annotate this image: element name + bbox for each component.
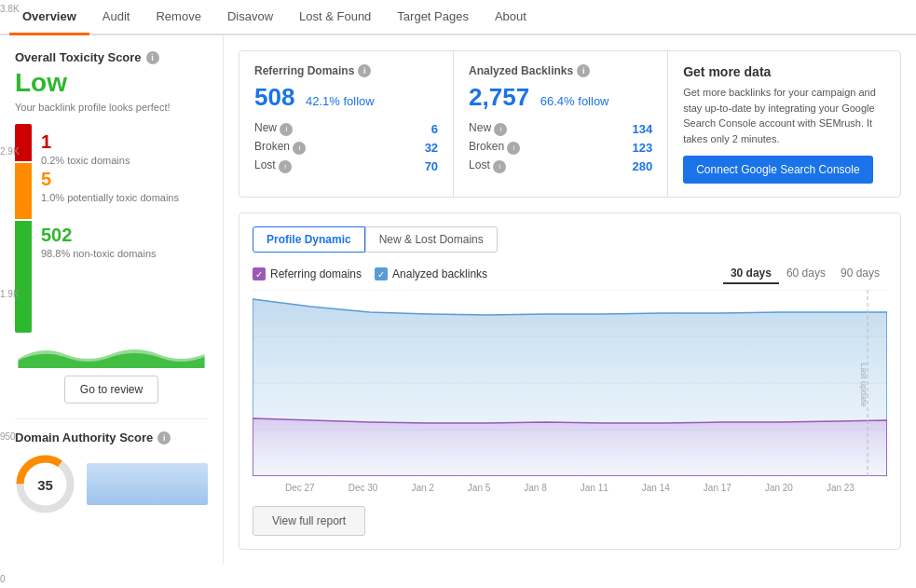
bl-new-label: New i xyxy=(469,121,507,136)
bl-lost-info[interactable]: i xyxy=(493,160,506,173)
nav-item-lost--found[interactable]: Lost & Found xyxy=(286,0,384,35)
bl-new-info[interactable]: i xyxy=(494,123,507,136)
ref-broken-val: 32 xyxy=(425,141,438,155)
ref-new-info[interactable]: i xyxy=(280,123,293,136)
day-range-buttons: 30 days 60 days 90 days xyxy=(723,264,887,284)
analyzed-backlinks-sub-rows: New i 134 Broken i 123 Lost i 280 xyxy=(469,119,652,175)
potentially-toxic-count: 5 xyxy=(41,169,179,190)
go-to-review-button[interactable]: Go to review xyxy=(64,376,158,403)
chart-y-axis: 3.8K 2.9K 1.9K 950 0 xyxy=(0,0,33,565)
bl-broken-label: Broken i xyxy=(469,140,520,155)
chart-svg xyxy=(253,290,887,476)
toxicity-level: Low xyxy=(15,68,208,98)
ref-new-val: 6 xyxy=(431,122,438,136)
connect-google-button[interactable]: Connect Google Search Console xyxy=(683,156,872,184)
chart-section: Profile Dynamic New & Lost Domains ✓ Ref… xyxy=(239,212,901,550)
stats-row: Referring Domains i 508 42.1% follow New… xyxy=(239,50,901,198)
analyzed-backlinks-legend: ✓ Analyzed backlinks xyxy=(375,267,487,280)
ref-broken-info[interactable]: i xyxy=(293,142,306,155)
toxicity-title-text: Overall Toxicity Score xyxy=(15,50,142,64)
nav-item-about[interactable]: About xyxy=(482,0,540,35)
analyzed-backlinks-block: Analyzed Backlinks i 2,757 66.4% follow … xyxy=(454,51,668,197)
referring-domains-block: Referring Domains i 508 42.1% follow New… xyxy=(239,51,454,197)
referring-domains-checkbox[interactable]: ✓ xyxy=(253,267,266,280)
toxicity-section-title: Overall Toxicity Score i xyxy=(15,50,208,64)
right-content: Referring Domains i 508 42.1% follow New… xyxy=(224,35,916,565)
wave-decoration xyxy=(15,340,208,368)
non-toxic-sub: 98.8% non-toxic domains xyxy=(41,248,179,259)
toxicity-info-icon[interactable]: i xyxy=(146,51,159,64)
new-lost-domains-tab[interactable]: New & Lost Domains xyxy=(365,226,498,253)
toxicity-desc: Your backlink profile looks perfect! xyxy=(15,102,208,113)
chart-x-axis: Dec 27 Dec 30 Jan 2 Jan 5 Jan 8 Jan 11 J… xyxy=(253,479,887,493)
referring-domains-info[interactable]: i xyxy=(358,64,371,77)
left-panel: Overall Toxicity Score i Low Your backli… xyxy=(0,35,224,565)
ref-new-label: New i xyxy=(254,121,293,136)
potentially-toxic-sub: 1.0% potentially toxic domains xyxy=(41,192,179,203)
domain-authority-chart xyxy=(87,463,208,505)
analyzed-backlinks-follow: 66.4% follow xyxy=(540,94,609,108)
analyzed-backlinks-title: Analyzed Backlinks xyxy=(469,64,573,77)
toxic-count: 1 xyxy=(41,131,179,153)
chart-legend: ✓ Referring domains ✓ Analyzed backlinks xyxy=(253,267,487,280)
90-days-btn[interactable]: 90 days xyxy=(833,264,887,284)
domain-auth-title: Domain Authority Score xyxy=(15,431,153,444)
analyzed-backlinks-info[interactable]: i xyxy=(577,64,590,77)
referring-domains-title: Referring Domains xyxy=(254,64,354,77)
last-update-label: Last update xyxy=(858,362,868,406)
analyzed-backlinks-legend-label: Analyzed backlinks xyxy=(392,267,487,280)
referring-domains-sub-rows: New i 6 Broken i 32 Lost i 70 xyxy=(254,119,438,175)
get-more-title: Get more data xyxy=(683,64,885,79)
referring-domains-legend-label: Referring domains xyxy=(270,267,362,280)
analyzed-backlinks-checkbox[interactable]: ✓ xyxy=(375,267,388,280)
60-days-btn[interactable]: 60 days xyxy=(779,264,833,284)
view-full-report-button[interactable]: View full report xyxy=(253,506,365,536)
referring-domains-main: 508 xyxy=(254,83,294,111)
ref-lost-label: Lost i xyxy=(254,158,292,173)
domain-authority-section: Domain Authority Score i 35 xyxy=(15,418,208,514)
bl-new-val: 134 xyxy=(632,122,652,136)
referring-domains-follow: 42.1% follow xyxy=(306,94,375,108)
get-more-data-block: Get more data Get more backlinks for you… xyxy=(668,51,900,197)
nav-item-remove[interactable]: Remove xyxy=(143,0,213,35)
nav-item-audit[interactable]: Audit xyxy=(89,0,144,35)
bl-broken-val: 123 xyxy=(632,141,652,155)
bl-lost-val: 280 xyxy=(632,159,652,173)
donut-score: 35 xyxy=(37,476,53,492)
main-nav: OverviewAuditRemoveDisavowLost & FoundTa… xyxy=(0,0,916,35)
ref-lost-info[interactable]: i xyxy=(279,160,292,173)
bl-lost-label: Lost i xyxy=(469,158,506,173)
get-more-text: Get more backlinks for your campaign and… xyxy=(683,85,885,146)
ref-broken-label: Broken i xyxy=(254,140,306,155)
domain-auth-title-row: Domain Authority Score i xyxy=(15,431,208,444)
bl-broken-info[interactable]: i xyxy=(507,142,520,155)
nav-item-disavow[interactable]: Disavow xyxy=(214,0,286,35)
chart-tabs: Profile Dynamic New & Lost Domains xyxy=(253,226,887,253)
domain-auth-info-icon[interactable]: i xyxy=(157,431,171,444)
profile-dynamic-tab[interactable]: Profile Dynamic xyxy=(253,226,365,253)
ref-lost-val: 70 xyxy=(425,159,438,173)
analyzed-backlinks-main: 2,757 xyxy=(469,83,529,111)
non-toxic-count: 502 xyxy=(41,225,179,246)
30-days-btn[interactable]: 30 days xyxy=(723,264,779,284)
referring-domains-legend: ✓ Referring domains xyxy=(253,267,362,280)
nav-item-target-pages[interactable]: Target Pages xyxy=(384,0,482,35)
chart-controls: ✓ Referring domains ✓ Analyzed backlinks… xyxy=(253,264,887,284)
